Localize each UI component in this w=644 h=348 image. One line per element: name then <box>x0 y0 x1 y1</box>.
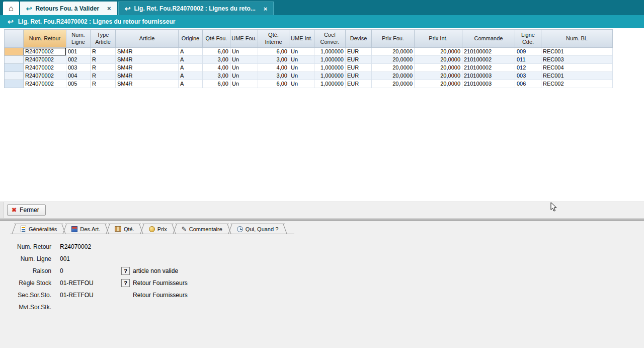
cell[interactable]: EUR <box>346 64 372 72</box>
cell[interactable]: Un <box>230 48 258 56</box>
tab-commentaire[interactable]: ✎ Commentaire <box>175 224 229 234</box>
tab-generalites[interactable]: Généralités <box>14 224 63 234</box>
cell[interactable]: 1,000000 <box>314 72 346 80</box>
cell[interactable]: A <box>179 72 203 80</box>
cell[interactable]: 20,0000 <box>372 48 415 56</box>
cell[interactable]: 210100003 <box>462 80 515 88</box>
cell[interactable]: 003 <box>515 72 541 80</box>
row-selector[interactable] <box>5 64 24 72</box>
row-selector[interactable] <box>5 72 24 80</box>
row-selector[interactable] <box>5 48 24 56</box>
close-icon[interactable]: × <box>264 5 268 13</box>
cell[interactable]: Un <box>230 80 258 88</box>
cell[interactable]: 6,00 <box>203 80 230 88</box>
column-header[interactable]: Article <box>116 30 179 48</box>
cell[interactable]: R <box>91 56 116 64</box>
fermer-button[interactable]: ✖ Fermer <box>7 204 46 216</box>
cell[interactable]: 1,000000 <box>314 56 346 64</box>
cell[interactable]: 001 <box>66 48 91 56</box>
cell[interactable]: 3,00 <box>258 56 289 64</box>
cell[interactable]: 009 <box>515 48 541 56</box>
cell[interactable]: 210100002 <box>462 56 515 64</box>
cell[interactable]: Un <box>289 80 314 88</box>
cell[interactable]: 005 <box>66 80 91 88</box>
close-icon[interactable]: × <box>107 5 111 12</box>
cell[interactable]: 3,00 <box>203 56 230 64</box>
column-header[interactable]: Prix Fou. <box>372 30 415 48</box>
field-value[interactable]: 01-RETFOU <box>60 280 121 287</box>
cell[interactable]: R <box>91 80 116 88</box>
cell[interactable]: 20,0000 <box>372 80 415 88</box>
cell[interactable]: 002 <box>66 56 91 64</box>
cell[interactable]: Un <box>289 72 314 80</box>
column-header[interactable]: Num. BL <box>541 30 613 48</box>
cell[interactable]: Un <box>230 56 258 64</box>
tab-lignes-retour-fournisseur[interactable]: ↩ Lig. Ret. Fou.R24070002 : Lignes du re… <box>118 2 274 15</box>
cell[interactable]: 4,00 <box>203 64 230 72</box>
cell[interactable]: 006 <box>515 80 541 88</box>
cell[interactable]: SM4R <box>116 56 179 64</box>
cell[interactable]: 6,00 <box>258 48 289 56</box>
field-value[interactable]: 001 <box>60 255 121 262</box>
cell[interactable]: EUR <box>346 48 372 56</box>
cell[interactable]: Un <box>289 64 314 72</box>
cell[interactable]: 011 <box>515 56 541 64</box>
cell[interactable]: A <box>179 48 203 56</box>
cell[interactable]: EUR <box>346 72 372 80</box>
cell[interactable]: 6,00 <box>258 80 289 88</box>
column-header[interactable]: Prix Int. <box>415 30 462 48</box>
column-header[interactable]: Commande <box>462 30 515 48</box>
cell[interactable]: 003 <box>66 64 91 72</box>
column-header[interactable]: UME Fou. <box>230 30 258 48</box>
tab-qui-quand[interactable]: Qui, Quand ? <box>230 224 285 234</box>
field-value[interactable]: R24070002 <box>60 243 121 250</box>
tab-qte[interactable]: Qté. <box>108 224 141 234</box>
cell[interactable]: 20,0000 <box>415 48 462 56</box>
cell[interactable]: 20,0000 <box>415 72 462 80</box>
cell[interactable]: SM4R <box>116 48 179 56</box>
cell[interactable]: R <box>91 72 116 80</box>
cell[interactable]: 20,0000 <box>415 64 462 72</box>
grid-corner-selector[interactable] <box>5 30 24 48</box>
splitter-grip[interactable] <box>0 202 4 219</box>
cell[interactable]: REC002 <box>541 80 613 88</box>
help-button[interactable]: ? <box>121 267 130 275</box>
column-header[interactable]: Type Article <box>91 30 116 48</box>
cell[interactable]: A <box>179 80 203 88</box>
tab-retours-fou-a-valider[interactable]: ↩ Retours Fou. à Valider × <box>20 2 117 15</box>
column-header[interactable]: Coef Conver. <box>314 30 346 48</box>
cell[interactable]: 210100003 <box>462 72 515 80</box>
field-value[interactable]: 01-RETFOU <box>60 292 121 299</box>
column-header[interactable]: Qté. Interne <box>258 30 289 48</box>
cell[interactable]: REC001 <box>541 48 613 56</box>
column-header[interactable]: Qté Fou. <box>203 30 230 48</box>
cell[interactable]: Un <box>230 64 258 72</box>
cell[interactable]: REC001 <box>541 72 613 80</box>
cell[interactable]: 20,0000 <box>372 64 415 72</box>
cell[interactable]: R24070002 <box>24 64 66 72</box>
cell[interactable]: 210100002 <box>462 64 515 72</box>
cell[interactable]: R24070002 <box>24 80 66 88</box>
cell[interactable]: R <box>91 48 116 56</box>
help-button[interactable]: ? <box>121 279 130 287</box>
cell[interactable]: 20,0000 <box>372 56 415 64</box>
cell[interactable]: 20,0000 <box>415 56 462 64</box>
column-header[interactable]: Ligne Cde. <box>515 30 541 48</box>
cell[interactable]: 20,0000 <box>415 80 462 88</box>
row-selector[interactable] <box>5 80 24 88</box>
cell[interactable]: 012 <box>515 64 541 72</box>
cell[interactable]: Un <box>289 56 314 64</box>
column-header[interactable]: Num. Ligne <box>66 30 91 48</box>
column-header[interactable]: Num. Retour <box>24 30 66 48</box>
tab-home[interactable]: ⌂ <box>3 2 19 15</box>
cell[interactable]: 1,000000 <box>314 64 346 72</box>
cell[interactable]: SM4R <box>116 64 179 72</box>
column-header[interactable]: Devise <box>346 30 372 48</box>
cell[interactable]: Un <box>289 48 314 56</box>
cell[interactable]: SM4R <box>116 72 179 80</box>
column-header[interactable]: UME Int. <box>289 30 314 48</box>
field-value[interactable]: 0 <box>60 267 121 274</box>
cell[interactable]: R24070002 <box>24 56 66 64</box>
tab-prix[interactable]: Prix <box>142 224 174 234</box>
cell[interactable]: 6,00 <box>203 48 230 56</box>
